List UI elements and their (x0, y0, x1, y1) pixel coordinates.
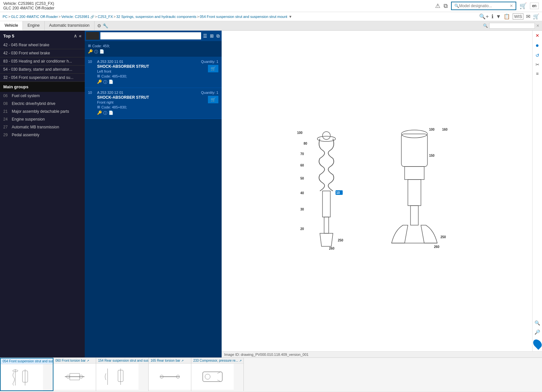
location-pin-icon[interactable] (531, 338, 542, 350)
mail-toolbar[interactable]: ✉ (526, 13, 530, 20)
svg-text:250: 250 (441, 235, 446, 239)
main-groups-label: Main groups (3, 84, 28, 89)
sidebar-main-item-21[interactable]: 21 Major assembly detachable parts (0, 108, 85, 115)
sidebar-item-front-brake[interactable]: 42 - 030 Front wheel brake (0, 49, 85, 57)
part2-name: SHOCK-ABSORBER STRUT (97, 95, 198, 100)
thumbnail-154-label: 154 Rear suspension strut and suspension… (96, 358, 148, 364)
sidebar-main-item-27[interactable]: 27 Automatic MB transmission (0, 123, 85, 131)
part-item-1[interactable]: 10 A 253 320 11 01 SHOCK-ABSORBER STRUT … (85, 57, 222, 88)
svg-text:40: 40 (300, 191, 304, 195)
part1-doc-icon[interactable]: 📄 (109, 80, 113, 85)
part-code-459: ⊞ Code: 459; 🔑 ⓘ 📄 (85, 41, 222, 57)
cart-toolbar[interactable]: 🛒 (533, 13, 539, 20)
breadcrumb-vehicle[interactable]: Vehicle: C253981 🔗 (61, 15, 94, 19)
thumbnail-233-img (191, 364, 234, 390)
diagram-menu-btn[interactable]: ≡ (535, 70, 539, 77)
part2-info-icon[interactable]: ⓘ (103, 110, 107, 116)
svg-point-0 (317, 136, 336, 141)
parts-expand-icon[interactable]: ⧉ (216, 33, 220, 39)
sidebar-main-item-06[interactable]: 06 Fuel cell system (0, 92, 85, 100)
part2-icons: 🔑 ⓘ 📄 (97, 110, 198, 116)
alert-icon[interactable]: ⚠ (435, 2, 440, 9)
filter-toolbar[interactable]: ▼ (496, 14, 501, 20)
info-toolbar[interactable]: ℹ (491, 13, 493, 20)
language-selector[interactable]: en (530, 3, 539, 9)
part2-num: 10 (88, 91, 95, 94)
doc-icon[interactable]: 📄 (99, 49, 104, 55)
thumbnail-054-img (1, 364, 43, 390)
thumbnail-165[interactable]: 165 Rear torsion bar ↗ (149, 358, 191, 391)
thumbnail-054-label: 054 Front suspension strut and suspensio… (1, 358, 53, 364)
sidebar-main-item-29[interactable]: 29 Pedal assembly (0, 131, 85, 139)
tab-icon-settings[interactable]: ⚙ (97, 23, 101, 28)
subheader-search-input[interactable] (489, 23, 535, 29)
parts-header-search[interactable] (100, 32, 201, 39)
vehicle-line1: Vehicle: C253981 (C253_FX) (3, 1, 54, 6)
diagram-circle-btn[interactable]: ● (535, 41, 540, 50)
svg-text:160: 160 (442, 128, 448, 131)
tab-engine[interactable]: Engine (23, 21, 44, 30)
breadcrumb: PC > GLC 200 4MATIC Off-Roader > Vehicle… (0, 12, 542, 21)
code-459-text: Code: 459; (92, 44, 110, 48)
diagram-history-btn[interactable]: ↺ (535, 52, 540, 59)
sidebar: Top 5 ∧ « 42 - 045 Rear wheel brake 42 -… (0, 31, 85, 357)
sidebar-item-battery[interactable]: 54 - 030 Battery, starter and alternator… (0, 65, 85, 74)
info-icon[interactable]: ⓘ (94, 49, 98, 55)
breadcrumb-springs[interactable]: 32 Springs, suspension and hydraulic com… (116, 15, 197, 19)
diagram-scissors-btn[interactable]: ✂ (535, 61, 540, 68)
top5-header: Top 5 ∧ « (0, 31, 85, 41)
sidebar-item-front-suspension[interactable]: 32 - 054 Front suspension strut and su..… (0, 74, 85, 82)
thumbnail-233[interactable]: 233 Compressor, pressure re... ↗ (191, 358, 244, 391)
part1-code-line: ⊞ Code: 485+830; (97, 74, 198, 78)
svg-rect-1 (323, 191, 330, 217)
search-clear-icon[interactable]: ✕ (510, 4, 513, 8)
cart-header-icon[interactable]: 🛒 (520, 2, 527, 9)
svg-rect-40 (203, 372, 222, 382)
thumbnail-060[interactable]: 060 Front torsion bar ↗ (53, 358, 96, 391)
sidebar-main-item-24[interactable]: 24 Engine suspension (0, 115, 85, 123)
parts-grid-icon[interactable]: ⊞ (210, 33, 214, 38)
tab-automatic-transmission[interactable]: Automatic transmission (45, 21, 95, 30)
zoom-in-toolbar[interactable]: 🔍+ (479, 13, 489, 20)
svg-text:50: 50 (300, 177, 304, 180)
svg-text:30: 30 (300, 208, 304, 211)
thumbnail-154[interactable]: 154 Rear suspension strut and suspension… (96, 358, 149, 391)
breadcrumb-fx[interactable]: C253_FX (98, 15, 113, 19)
diagram-zoom-out-btn[interactable]: 🔎 (534, 328, 541, 336)
part1-info-icon[interactable]: ⓘ (103, 80, 107, 85)
copy-icon[interactable]: ⧉ (444, 3, 448, 9)
close-diagram-btn[interactable]: ✕ (535, 32, 540, 39)
model-search-box[interactable]: 🔍 ✕ (451, 2, 516, 10)
breadcrumb-current-section[interactable]: 054 Front suspension strut and suspensio… (200, 15, 287, 19)
part2-cart-btn[interactable]: 🛒 (208, 96, 218, 103)
parts-list-icon[interactable]: ☰ (203, 33, 207, 38)
top5-nav-icon[interactable]: « (79, 33, 81, 38)
part1-key-icon[interactable]: 🔑 (97, 80, 102, 85)
model-search-input[interactable] (459, 4, 510, 8)
sidebar-main-item-08[interactable]: 08 Electric drive/hybrid drive (0, 100, 85, 108)
search-icon: 🔍 (454, 4, 459, 8)
part2-details: A 253 320 12 01 SHOCK-ABSORBER STRUT Fro… (97, 91, 198, 116)
breadcrumb-dropdown-icon[interactable]: ▼ (288, 15, 292, 19)
top5-collapse-icon[interactable]: ∧ (74, 33, 77, 38)
key-icon[interactable]: 🔑 (88, 49, 93, 55)
thumbnails-area: 054 Front suspension strut and suspensio… (0, 357, 542, 391)
part2-key-icon[interactable]: 🔑 (97, 110, 102, 116)
diagram-zoom-in-btn[interactable]: 🔍 (534, 319, 541, 327)
sidebar-item-rear-brake[interactable]: 42 - 045 Rear wheel brake (0, 41, 85, 49)
tab-icon-wrench[interactable]: 🔧 (103, 23, 108, 28)
doc-toolbar[interactable]: 📋 (504, 13, 510, 20)
tab-vehicle[interactable]: Vehicle (0, 21, 23, 30)
main-groups-header: Main groups (0, 82, 85, 92)
svg-rect-18 (405, 167, 424, 180)
breadcrumb-vehicle-model[interactable]: GLC 200 4MATIC Off-Roader (11, 15, 58, 19)
sidebar-item-heating[interactable]: 83 - 035 Heating and air conditioner h..… (0, 57, 85, 65)
subheader-search-clear[interactable]: ✕ (536, 23, 539, 28)
breadcrumb-pc[interactable]: PC (3, 15, 7, 19)
part-item-2[interactable]: 10 A 253 320 12 01 SHOCK-ABSORBER STRUT … (85, 88, 222, 119)
top-bar-actions: ⚠ ⧉ 🔍 ✕ 🛒 en (435, 2, 539, 10)
wis-toolbar[interactable]: WIS (513, 13, 523, 20)
part1-cart-btn[interactable]: 🛒 (208, 65, 218, 72)
thumbnail-054[interactable]: 054 Front suspension strut and suspensio… (0, 358, 53, 391)
part2-doc-icon[interactable]: 📄 (109, 110, 113, 116)
